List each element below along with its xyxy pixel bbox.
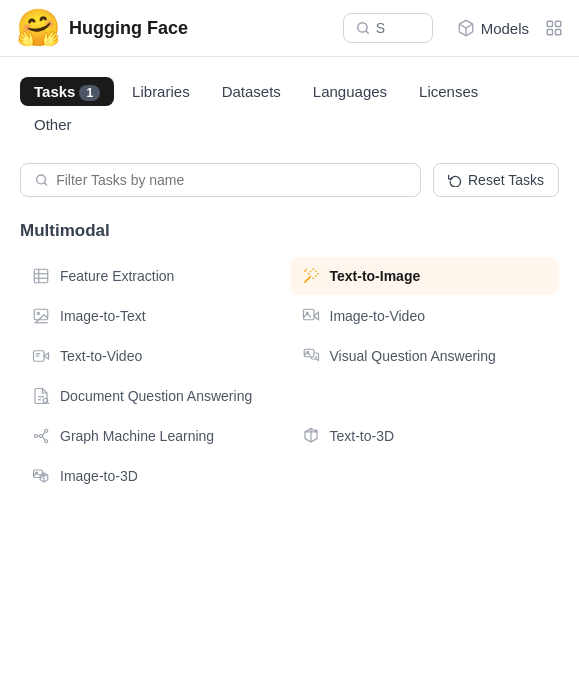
wand-icon (302, 267, 320, 285)
task-visual-question-answering[interactable]: Visual Question Answering (290, 337, 560, 375)
graph-icon (32, 427, 50, 445)
task-graph-ml[interactable]: Graph Machine Learning (20, 417, 290, 455)
svg-line-36 (43, 437, 45, 440)
menu-nav[interactable] (545, 19, 563, 37)
task-grid: Feature Extraction Text-to-Image (20, 257, 559, 495)
section-title: Multimodal (20, 221, 559, 241)
task-text-to-3d[interactable]: Text-to-3D (290, 417, 560, 455)
tab-datasets[interactable]: Datasets (208, 77, 295, 106)
task-text-to-3d-label: Text-to-3D (330, 428, 395, 444)
tab-licenses[interactable]: Licenses (405, 77, 492, 106)
svg-line-35 (43, 432, 45, 436)
task-feature-extraction-label: Feature Extraction (60, 268, 174, 284)
cube-icon (457, 19, 475, 37)
filter-input-wrap[interactable] (20, 163, 421, 197)
doc-qa-icon (32, 387, 50, 405)
svg-rect-9 (34, 269, 48, 283)
task-image-to-text-label: Image-to-Text (60, 308, 146, 324)
tabs: Tasks1 Libraries Datasets Languages Lice… (20, 77, 559, 139)
filter-bar: Reset Tasks (20, 163, 559, 197)
task-graph-ml-label: Graph Machine Learning (60, 428, 214, 444)
image-video-icon (302, 307, 320, 325)
svg-point-30 (34, 435, 37, 438)
reset-tasks-button[interactable]: Reset Tasks (433, 163, 559, 197)
search-icon (356, 21, 370, 35)
svg-rect-4 (556, 21, 561, 26)
task-text-to-video[interactable]: Text-to-Video (20, 337, 290, 375)
menu-icon (545, 19, 563, 37)
tab-libraries[interactable]: Libraries (118, 77, 204, 106)
tab-tasks[interactable]: Tasks1 (20, 77, 114, 106)
models-label: Models (481, 20, 529, 37)
search-bar[interactable] (343, 13, 433, 43)
task-feature-extraction[interactable]: Feature Extraction (20, 257, 290, 295)
task-image-to-3d-label: Image-to-3D (60, 468, 138, 484)
search-input[interactable] (376, 20, 416, 36)
table-icon (32, 267, 50, 285)
logo-emoji: 🤗 (16, 10, 61, 46)
tasks-badge: 1 (79, 85, 100, 101)
task-image-to-video[interactable]: Image-to-Video (290, 297, 560, 335)
filter-input[interactable] (56, 172, 406, 188)
task-text-to-image-label: Text-to-Image (330, 268, 421, 284)
models-nav[interactable]: Models (457, 19, 529, 37)
3d-icon (302, 427, 320, 445)
tab-languages[interactable]: Languages (299, 77, 401, 106)
task-image-to-3d[interactable]: Image-to-3D (20, 457, 290, 495)
svg-marker-17 (314, 312, 319, 320)
svg-point-33 (40, 435, 43, 438)
header: 🤗 Hugging Face Models (0, 0, 579, 57)
nav-items: Models (457, 19, 563, 37)
task-text-to-image[interactable]: Text-to-Image (290, 257, 560, 295)
svg-point-14 (37, 312, 39, 314)
svg-rect-3 (547, 21, 552, 26)
image-text-icon (32, 307, 50, 325)
svg-marker-20 (44, 353, 49, 359)
task-vqa-label: Visual Question Answering (330, 348, 496, 364)
task-document-qa[interactable]: Document Question Answering (20, 377, 559, 415)
svg-line-1 (365, 31, 368, 34)
logo-text: Hugging Face (69, 18, 188, 39)
filter-search-icon (35, 173, 48, 187)
svg-line-8 (44, 183, 46, 185)
task-document-qa-label: Document Question Answering (60, 388, 252, 404)
reset-label: Reset Tasks (468, 172, 544, 188)
svg-rect-5 (547, 30, 552, 35)
svg-point-26 (315, 357, 316, 358)
text-video-icon (32, 347, 50, 365)
content: Tasks1 Libraries Datasets Languages Lice… (0, 57, 579, 515)
task-text-to-video-label: Text-to-Video (60, 348, 142, 364)
svg-rect-6 (556, 30, 561, 35)
svg-point-32 (45, 440, 48, 443)
img3d-icon (32, 467, 50, 485)
svg-point-31 (45, 429, 48, 432)
task-image-to-text[interactable]: Image-to-Text (20, 297, 290, 335)
reset-icon (448, 173, 462, 187)
vqa-icon (302, 347, 320, 365)
tab-other[interactable]: Other (20, 110, 86, 139)
logo-area: 🤗 Hugging Face (16, 10, 335, 46)
task-image-to-video-label: Image-to-Video (330, 308, 425, 324)
